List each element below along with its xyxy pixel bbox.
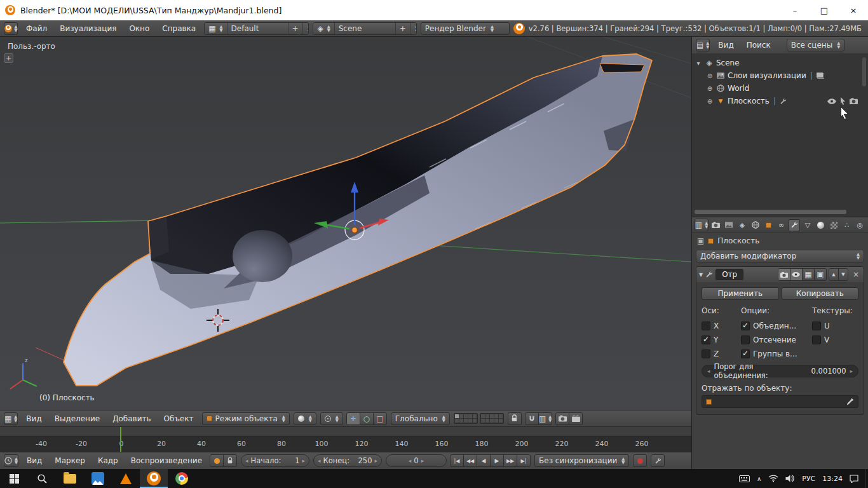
expand-plus-icon[interactable]: ⊕: [706, 72, 714, 79]
play-button[interactable]: ▶: [490, 454, 504, 467]
volume-icon[interactable]: [785, 475, 795, 482]
tl-menu-marker[interactable]: Маркер: [50, 456, 90, 465]
collapse-icon[interactable]: ▼: [699, 272, 703, 278]
add-modifier-dropdown[interactable]: Добавить модификатор: [696, 250, 864, 262]
layout-name-field[interactable]: Default: [227, 23, 288, 34]
manip-scale-button[interactable]: □: [373, 412, 387, 425]
modifier-realtime-toggle[interactable]: [790, 268, 803, 281]
modifier-render-toggle[interactable]: [778, 268, 790, 281]
lock-to-scene-button[interactable]: [508, 412, 522, 425]
outliner-menu-view[interactable]: Вид: [714, 41, 738, 50]
restrict-select-cursor-icon[interactable]: [840, 97, 846, 105]
axis-z-checkbox[interactable]: [702, 349, 710, 358]
properties-editor-type-button[interactable]: ▥: [695, 219, 709, 231]
jump-to-start-button[interactable]: |◀: [450, 454, 464, 467]
eyedropper-icon[interactable]: [846, 398, 854, 405]
current-frame-field[interactable]: 0: [386, 454, 447, 467]
display-filter-dropdown[interactable]: Все сцены: [787, 39, 845, 51]
layout-browse-button[interactable]: ▦: [205, 23, 226, 34]
modifier-delete-button[interactable]: ×: [851, 270, 861, 279]
tl-menu-view[interactable]: Вид: [22, 456, 46, 465]
render-opengl-anim-button[interactable]: [569, 412, 583, 425]
snap-magnet-button[interactable]: [525, 412, 539, 425]
copy-button[interactable]: Копировать: [782, 287, 859, 300]
restrict-view-eye-icon[interactable]: [827, 98, 836, 104]
expand-plus-icon[interactable]: ⊕: [706, 98, 714, 105]
modifier-move-up-button[interactable]: ▲: [829, 268, 839, 281]
tray-expand-chevron-icon[interactable]: ∧: [757, 475, 761, 482]
action-center-icon[interactable]: [850, 475, 858, 483]
tree-row-scene[interactable]: ▾ ◈ Scene: [695, 57, 865, 69]
timeline-ruler[interactable]: -40 -20 0 20 40 60 80 100 120 140 160 18…: [0, 426, 691, 452]
outliner-horizontal-scrollbar[interactable]: [695, 210, 846, 214]
next-keyframe-button[interactable]: ▶▶: [503, 454, 517, 467]
clock[interactable]: 13:24: [822, 475, 843, 483]
render-opengl-button[interactable]: [555, 412, 569, 425]
keying-set-button[interactable]: [651, 454, 665, 467]
tab-object-data[interactable]: ▽: [802, 219, 813, 231]
scene-name-field[interactable]: Scene: [334, 23, 395, 34]
blender-taskbar-button[interactable]: [140, 469, 168, 488]
tab-physics[interactable]: ◎: [854, 219, 865, 231]
tab-constraints[interactable]: ∞: [776, 219, 787, 231]
merge-checkbox[interactable]: [741, 322, 750, 330]
menu-window[interactable]: Окно: [125, 24, 154, 33]
mode-dropdown[interactable]: Режим объекта: [202, 412, 290, 425]
axis-y-checkbox[interactable]: [702, 336, 710, 344]
manip-rotate-button[interactable]: ○: [360, 412, 374, 425]
manip-translate-button[interactable]: +: [346, 412, 360, 425]
viewport-editor-type-button[interactable]: ▦: [4, 412, 18, 425]
tab-material[interactable]: [815, 219, 827, 231]
chrome-button[interactable]: [168, 469, 196, 488]
modifier-move-down-button[interactable]: ▼: [838, 268, 848, 281]
tree-row-render-layers[interactable]: ⊕ Слои визуализации |: [695, 69, 865, 82]
scene-browse-button[interactable]: ◈: [313, 23, 334, 34]
restrict-render-camera-icon[interactable]: [850, 98, 858, 104]
texture-v-checkbox[interactable]: [812, 336, 821, 344]
current-frame-indicator[interactable]: [120, 427, 121, 452]
use-preview-range-button[interactable]: [210, 454, 224, 467]
render-engine-dropdown[interactable]: Рендер Blender: [421, 22, 510, 35]
layout-delete-button[interactable]: ×: [302, 23, 309, 34]
maximize-button[interactable]: □: [810, 0, 839, 20]
outliner-vertical-scrollbar[interactable]: [862, 57, 866, 86]
modifier-cage-toggle[interactable]: ▣: [814, 268, 827, 281]
language-indicator[interactable]: РУС: [802, 475, 815, 483]
tree-row-world[interactable]: ⊕ World: [695, 82, 865, 95]
texture-u-checkbox[interactable]: [812, 322, 821, 330]
tree-row-object[interactable]: ⊕ ▼ Плоскость |: [695, 95, 865, 107]
scene-delete-button[interactable]: ×: [410, 23, 417, 34]
tab-particles[interactable]: ∴: [841, 219, 853, 231]
modifier-editmode-toggle[interactable]: ▦: [802, 268, 815, 281]
jump-to-end-button[interactable]: ▶|: [517, 454, 531, 467]
lock-time-button[interactable]: [223, 454, 237, 467]
tab-render[interactable]: [710, 219, 722, 231]
tl-menu-frame[interactable]: Кадр: [93, 456, 123, 465]
file-explorer-button[interactable]: [56, 469, 84, 488]
tab-texture[interactable]: [828, 219, 839, 231]
sync-dropdown[interactable]: Без синхронизации: [534, 454, 629, 467]
orientation-dropdown[interactable]: Глобально: [391, 412, 450, 425]
play-reverse-button[interactable]: ◀: [477, 454, 491, 467]
vp-menu-object[interactable]: Объект: [159, 414, 198, 423]
layout-add-button[interactable]: +: [288, 23, 302, 34]
tab-object[interactable]: [763, 219, 774, 231]
outliner-editor-type-button[interactable]: ▤: [696, 39, 710, 51]
tree-expand-icon[interactable]: ▾: [695, 60, 702, 67]
frame-end-field[interactable]: Конец: 250: [313, 454, 382, 467]
minimize-button[interactable]: –: [780, 0, 810, 20]
frame-start-field[interactable]: Начало: 1: [241, 454, 309, 467]
shading-dropdown[interactable]: [294, 412, 316, 425]
pivot-dropdown[interactable]: [320, 412, 343, 425]
search-button[interactable]: [28, 469, 56, 488]
vlc-app-button[interactable]: [112, 469, 140, 488]
layer-group-1[interactable]: [454, 413, 478, 424]
menu-file[interactable]: Файл: [22, 24, 51, 33]
close-button[interactable]: ×: [839, 0, 868, 20]
viewport-3d[interactable]: z Польз.-орто (0) Плоскость +: [0, 37, 691, 410]
layer-group-2[interactable]: [480, 413, 504, 424]
toolshelf-expand-button[interactable]: +: [4, 53, 13, 63]
tab-scene[interactable]: ◈: [736, 219, 748, 231]
clipping-checkbox[interactable]: [741, 336, 750, 344]
vp-menu-select[interactable]: Выделение: [50, 414, 104, 423]
